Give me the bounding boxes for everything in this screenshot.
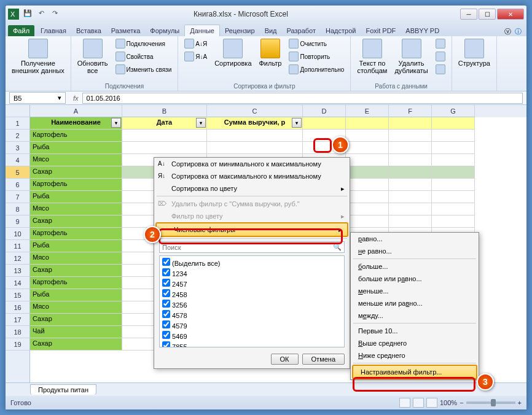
row-header[interactable]: 14 <box>6 277 29 289</box>
cell[interactable]: Чай <box>30 326 122 338</box>
col-header[interactable]: E <box>346 105 389 117</box>
cell[interactable] <box>389 191 432 203</box>
advanced-filter-button[interactable]: Дополнительно <box>286 63 346 76</box>
zoom-level[interactable]: 100% <box>440 399 457 406</box>
select-all-checkbox[interactable]: (Выделить все) <box>161 257 343 268</box>
connections-button[interactable]: Подключения <box>113 37 174 50</box>
view-normal-icon[interactable] <box>399 398 410 408</box>
cell[interactable] <box>432 166 475 179</box>
cell[interactable] <box>389 166 432 179</box>
row-header[interactable]: 16 <box>6 301 29 314</box>
text-to-columns-button[interactable]: Текст по столбцам <box>354 37 389 76</box>
cell[interactable] <box>389 130 432 142</box>
chevron-down-icon[interactable]: ▾ <box>58 94 61 102</box>
row-header[interactable]: 12 <box>6 252 29 265</box>
qat-undo[interactable]: ↶ <box>36 7 47 18</box>
structure-button[interactable]: Структура <box>456 37 493 68</box>
row-header[interactable]: 9 <box>6 215 29 228</box>
cell[interactable]: Рыба <box>30 289 122 301</box>
tab-file[interactable]: Файл <box>8 25 34 36</box>
row-header[interactable]: 1 <box>6 117 29 130</box>
cell[interactable]: Мясо <box>30 154 122 166</box>
qat-save[interactable]: 💾 <box>22 7 33 18</box>
cell[interactable] <box>389 142 432 154</box>
cell[interactable] <box>389 179 432 191</box>
edit-links-button[interactable]: Изменить связи <box>113 63 174 76</box>
submenu-item[interactable]: Настраиваемый фильтр... <box>352 365 477 379</box>
header-cell[interactable]: Сумма выручки, р▾ <box>207 117 303 130</box>
submenu-item[interactable]: Ниже среднего <box>351 349 479 362</box>
cell[interactable] <box>122 130 207 142</box>
header-cell[interactable]: Дата▾ <box>122 117 207 130</box>
filter-search[interactable]: 🔍 <box>159 241 345 253</box>
cell[interactable] <box>432 154 475 166</box>
col-header[interactable]: B <box>122 105 207 117</box>
filter-value-checkbox[interactable]: 4578 <box>161 309 343 320</box>
cell[interactable] <box>346 191 389 203</box>
tab-разработ[interactable]: Разработ <box>282 25 321 36</box>
submenu-item[interactable]: больше или равно... <box>351 273 479 285</box>
filter-value-checkbox[interactable]: 1234 <box>161 268 343 278</box>
cell[interactable] <box>389 203 432 215</box>
close-button[interactable]: ✕ <box>497 9 524 20</box>
sort-asc-button[interactable]: А↓Я <box>182 37 209 50</box>
sort-ascending-item[interactable]: А↓Сортировка от минимального к максималь… <box>154 158 350 170</box>
row-header[interactable]: 8 <box>6 203 29 215</box>
sort-button[interactable]: Сортировка <box>212 37 254 68</box>
filter-value-checkbox[interactable]: 5469 <box>161 330 343 341</box>
row-header[interactable]: 2 <box>6 130 29 142</box>
sort-descending-item[interactable]: Я↓Сортировка от максимального к минималь… <box>154 170 350 182</box>
submenu-item[interactable]: меньше... <box>351 285 479 297</box>
cell[interactable]: Мясо <box>30 252 122 265</box>
cell[interactable] <box>432 142 475 154</box>
row-header[interactable]: 5 <box>6 166 29 179</box>
row-header[interactable]: 10 <box>6 228 29 240</box>
cell[interactable]: Картофель <box>30 228 122 240</box>
submenu-item[interactable]: меньше или равно... <box>351 297 479 309</box>
submenu-item[interactable]: равно... <box>351 233 479 245</box>
cell[interactable]: Сахар <box>30 265 122 277</box>
filter-value-checkbox[interactable]: 3256 <box>161 299 343 309</box>
ok-button[interactable]: ОК <box>271 354 299 365</box>
reapply-button[interactable]: Повторить <box>286 50 346 63</box>
filter-search-input[interactable] <box>162 243 333 251</box>
cell[interactable]: Рыба <box>30 142 122 154</box>
cell[interactable]: Мясо <box>30 203 122 215</box>
cell[interactable] <box>346 215 389 228</box>
cell[interactable]: Сахар <box>30 215 122 228</box>
col-header[interactable]: D <box>303 105 346 117</box>
select-all-corner[interactable] <box>6 105 29 117</box>
row-header[interactable]: 17 <box>6 314 29 326</box>
cell[interactable]: Картофель <box>30 130 122 142</box>
cell[interactable] <box>432 130 475 142</box>
cell[interactable] <box>389 215 432 228</box>
view-pagebreak-icon[interactable] <box>426 398 437 408</box>
row-header[interactable]: 7 <box>6 191 29 203</box>
cell[interactable]: Рыба <box>30 191 122 203</box>
cell[interactable] <box>346 179 389 191</box>
help-icon[interactable]: ⓘ <box>515 27 522 36</box>
col-header[interactable]: A <box>30 105 122 117</box>
row-header[interactable]: 6 <box>6 179 29 191</box>
cell[interactable] <box>346 166 389 179</box>
number-filters-item[interactable]: Числовые фильтры▸ <box>155 222 348 237</box>
col-header[interactable]: C <box>207 105 303 117</box>
zoom-out-icon[interactable]: − <box>460 399 463 406</box>
external-data-button[interactable]: Получение внешних данных <box>9 37 67 76</box>
consolidate-button[interactable] <box>433 50 448 63</box>
clear-filter-button[interactable]: Очистить <box>286 37 346 50</box>
submenu-item[interactable]: Выше среднего <box>351 337 479 349</box>
tab-главная[interactable]: Главная <box>36 25 71 36</box>
cancel-button[interactable]: Отмена <box>302 354 345 365</box>
view-layout-icon[interactable] <box>413 398 424 408</box>
refresh-all-button[interactable]: Обновить все <box>75 37 111 76</box>
name-box[interactable]: B5▾ <box>9 92 66 104</box>
tab-разметка[interactable]: Разметка <box>106 25 146 36</box>
cell[interactable] <box>346 203 389 215</box>
cell[interactable] <box>346 142 389 154</box>
cell[interactable]: Картофель <box>30 277 122 289</box>
tab-надстрой[interactable]: Надстрой <box>321 25 361 36</box>
submenu-item[interactable]: между... <box>351 309 479 322</box>
submenu-item[interactable]: Первые 10... <box>351 325 479 337</box>
filter-dropdown-icon[interactable]: ▾ <box>196 118 206 128</box>
